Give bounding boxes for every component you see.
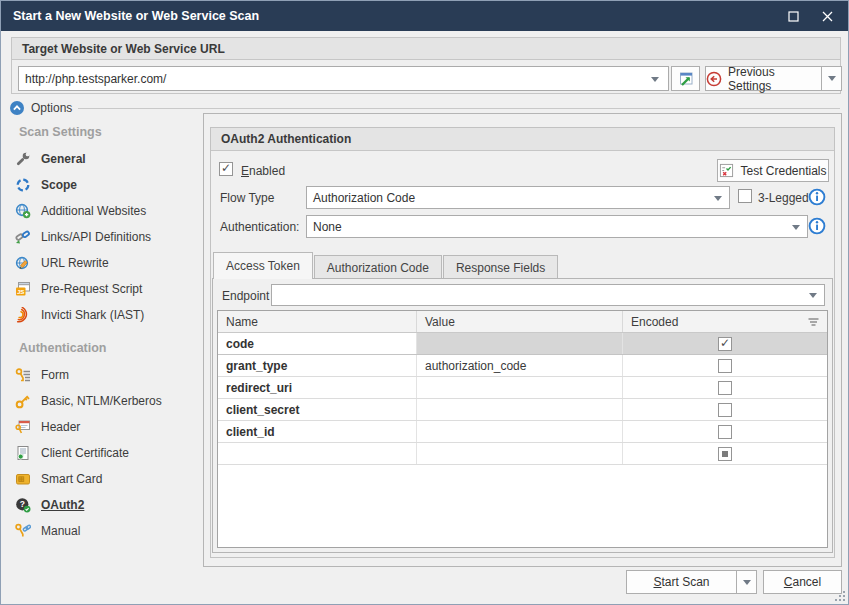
three-legged-checkbox[interactable] [738, 189, 752, 203]
open-url-button[interactable] [671, 66, 700, 91]
param-name-cell[interactable]: code [218, 333, 417, 354]
sidebar-item-header[interactable]: Header [1, 414, 202, 440]
title-bar[interactable]: Start a New Website or Web Service Scan [1, 1, 848, 31]
close-icon [822, 11, 833, 22]
param-encoded-cell[interactable] [623, 443, 827, 464]
param-name-cell[interactable]: redirect_uri [218, 377, 417, 398]
cancel-button[interactable]: Cancel [763, 570, 842, 594]
start-scan-label: Start Scan [653, 575, 709, 589]
param-encoded-cell[interactable] [623, 421, 827, 442]
target-url-input[interactable] [25, 72, 662, 86]
table-row[interactable]: grant_typeauthorization_code [218, 355, 827, 377]
key-window-icon [15, 419, 31, 435]
close-button[interactable] [810, 1, 844, 31]
chevron-down-icon[interactable] [809, 293, 817, 298]
svg-text:JS: JS [17, 288, 25, 295]
sidebar-item-pre-request-script[interactable]: JS Pre-Request Script [1, 276, 202, 302]
sidebar-item-form[interactable]: Form [1, 362, 202, 388]
access-token-tab-content: Endpoint Name Value Encoded [212, 278, 833, 553]
param-value-cell[interactable] [417, 443, 623, 464]
encoded-checkbox[interactable] [718, 381, 732, 395]
param-name-cell[interactable]: client_id [218, 421, 417, 442]
column-header-name[interactable]: Name [218, 311, 417, 332]
column-header-encoded[interactable]: Encoded [623, 311, 827, 332]
tab-response-fields[interactable]: Response Fields [443, 255, 558, 279]
maximize-button[interactable] [776, 1, 810, 31]
options-label: Options [31, 101, 72, 115]
smart-card-icon [15, 471, 31, 487]
authentication-value: None [313, 220, 342, 234]
test-credentials-button[interactable]: Test Credentials [717, 159, 829, 182]
param-value-cell[interactable] [417, 377, 623, 398]
encoded-checkbox[interactable] [718, 403, 732, 417]
sidebar-item-oauth2[interactable]: ? OAuth2 [1, 492, 202, 518]
oauth2-group-header: OAuth2 Authentication [211, 128, 834, 151]
sidebar-item-manual[interactable]: Manual [1, 518, 202, 544]
tab-access-token[interactable]: Access Token [213, 252, 313, 279]
table-row[interactable]: client_id [218, 421, 827, 443]
endpoint-combobox[interactable] [271, 284, 825, 306]
collapse-chevron-icon[interactable] [9, 100, 25, 116]
table-row[interactable]: code [218, 333, 827, 355]
table-row[interactable]: client_secret [218, 399, 827, 421]
tab-authorization-code[interactable]: Authorization Code [314, 255, 442, 279]
flow-type-combobox[interactable]: Authorization Code [306, 186, 730, 209]
param-name-cell[interactable]: grant_type [218, 355, 417, 376]
column-header-value[interactable]: Value [417, 311, 623, 332]
chevron-down-icon[interactable] [651, 77, 659, 82]
sidebar-item-general[interactable]: General [1, 146, 202, 172]
sidebar-item-client-certificate[interactable]: Client Certificate [1, 440, 202, 466]
filter-icon[interactable] [808, 318, 819, 327]
endpoint-input[interactable] [278, 288, 818, 302]
chevron-down-icon [743, 580, 751, 585]
sidebar-item-links-api-definitions[interactable]: Links/API Definitions [1, 224, 202, 250]
param-value-cell[interactable] [417, 333, 623, 354]
param-encoded-cell[interactable] [623, 377, 827, 398]
browse-url-icon [678, 71, 694, 87]
encoded-checkbox[interactable] [718, 337, 732, 351]
chevron-down-icon[interactable] [792, 225, 800, 230]
target-url-group: Target Website or Web Service URL Previo… [11, 37, 841, 94]
param-name-cell[interactable] [218, 443, 417, 464]
encoded-checkbox[interactable] [718, 447, 732, 461]
encoded-checkbox[interactable] [718, 425, 732, 439]
sidebar-item-basic-ntlm-kerberos[interactable]: Basic, NTLM/Kerberos [1, 388, 202, 414]
sidebar-item-scope[interactable]: Scope [1, 172, 202, 198]
table-row[interactable] [218, 443, 827, 465]
endpoint-label: Endpoint [222, 289, 269, 303]
enabled-checkbox[interactable] [219, 162, 233, 176]
target-url-group-header: Target Website or Web Service URL [12, 38, 840, 60]
param-encoded-cell[interactable] [623, 355, 827, 376]
param-encoded-cell[interactable] [623, 333, 827, 354]
sidebar-item-smart-card[interactable]: Smart Card [1, 466, 202, 492]
scope-icon [15, 177, 31, 193]
start-scan-dropdown-button[interactable] [736, 570, 757, 594]
info-icon[interactable] [808, 217, 826, 235]
chevron-down-icon[interactable] [714, 196, 722, 201]
param-value-cell[interactable] [417, 399, 623, 420]
start-scan-button[interactable]: Start Scan [626, 570, 737, 594]
previous-settings-label: Previous Settings [728, 65, 821, 93]
param-encoded-cell[interactable] [623, 399, 827, 420]
maximize-icon [788, 11, 799, 22]
authentication-combobox[interactable]: None [306, 215, 808, 238]
info-icon[interactable] [808, 188, 826, 206]
resize-grip[interactable] [835, 591, 845, 601]
key-link-icon [15, 523, 31, 539]
target-url-combobox[interactable] [18, 66, 669, 91]
sidebar-section-scan-settings: Scan Settings [19, 125, 202, 139]
sidebar-item-url-rewrite[interactable]: URL Rewrite [1, 250, 202, 276]
sidebar-item-invicti-shark[interactable]: Invicti Shark (IAST) [1, 302, 202, 328]
flow-type-value: Authorization Code [313, 191, 415, 205]
encoded-checkbox[interactable] [718, 359, 732, 373]
table-header-row: Name Value Encoded [218, 311, 827, 333]
previous-settings-dropdown-button[interactable] [821, 66, 842, 91]
sidebar-item-additional-websites[interactable]: Additional Websites [1, 198, 202, 224]
previous-settings-button[interactable]: Previous Settings [705, 66, 822, 91]
table-row[interactable]: redirect_uri [218, 377, 827, 399]
param-value-cell[interactable] [417, 421, 623, 442]
param-value-cell[interactable]: authorization_code [417, 355, 623, 376]
options-separator [78, 108, 840, 109]
param-name-cell[interactable]: client_secret [218, 399, 417, 420]
sonar-waves-icon [15, 307, 31, 323]
